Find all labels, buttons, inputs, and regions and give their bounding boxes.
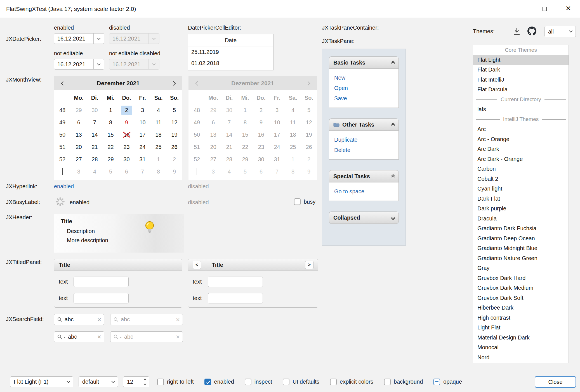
theme-item[interactable]: Arc Dark - Orange — [473, 154, 569, 164]
checkbox-inspect[interactable]: inspect — [245, 379, 272, 385]
taskpane-link[interactable]: Go to space — [334, 186, 393, 197]
day-cell[interactable]: 10 — [135, 116, 150, 129]
day-cell[interactable]: 20 — [71, 141, 87, 153]
checkbox-background[interactable]: background — [384, 379, 423, 385]
day-cell[interactable]: 12 — [166, 116, 182, 129]
taskpane-header[interactable]: Basic Tasks — [329, 56, 399, 69]
theme-item[interactable]: Gradianto Midnight Blue — [473, 243, 569, 253]
text-input[interactable] — [208, 277, 263, 287]
checkbox-explicit-colors[interactable]: explicit colors — [330, 379, 373, 385]
theme-item[interactable]: Gradianto Nature Green — [473, 253, 569, 263]
titledpanel-next-button[interactable]: > — [305, 261, 313, 269]
theme-item[interactable]: Arc - Orange — [473, 134, 569, 144]
table-row[interactable]: 25.11.2019 — [188, 46, 273, 58]
theme-item[interactable]: Cyan light — [473, 184, 569, 194]
day-cell[interactable]: 6 — [119, 165, 135, 178]
search-field-with-menu[interactable]: abc × — [54, 331, 104, 342]
titledpanel-prev-button[interactable]: < — [193, 261, 201, 269]
theme-item[interactable]: Material Design Dark — [473, 333, 569, 343]
text-input[interactable] — [208, 293, 263, 303]
day-cell[interactable]: 11 — [150, 116, 166, 129]
download-icon[interactable] — [513, 27, 521, 35]
day-cell[interactable]: 26 — [166, 141, 182, 153]
day-cell[interactable]: 17 — [135, 129, 150, 141]
taskpane-link[interactable]: Duplicate — [334, 135, 393, 145]
day-cell[interactable]: 8 — [103, 116, 119, 129]
theme-item[interactable]: Flat IntelliJ — [473, 75, 569, 85]
theme-item[interactable]: Nord — [473, 353, 569, 363]
theme-item[interactable]: Gruvbox Dark Medium — [473, 283, 569, 293]
day-cell[interactable]: 7 — [87, 116, 103, 129]
theme-item[interactable]: Gruvbox Dark Hard — [473, 273, 569, 283]
day-cell[interactable]: 25 — [150, 141, 166, 153]
clear-icon[interactable]: × — [97, 316, 101, 323]
theme-item[interactable]: Dracula — [473, 214, 569, 224]
theme-item[interactable]: Dark purple — [473, 204, 569, 214]
day-cell[interactable]: 1 — [103, 104, 119, 116]
hyperlink-enabled[interactable]: enabled — [54, 183, 74, 190]
theme-item[interactable]: Cobalt 2 — [473, 174, 569, 184]
theme-item[interactable]: Gray — [473, 263, 569, 273]
search-input[interactable]: abc — [65, 316, 95, 323]
theme-item[interactable]: Dark Flat — [473, 194, 569, 204]
maximize-button[interactable] — [533, 0, 557, 18]
day-cell[interactable]: 9 — [119, 116, 135, 129]
font-combobox[interactable]: default — [79, 376, 118, 387]
day-cell[interactable]: 3 — [71, 165, 87, 178]
text-input[interactable] — [74, 277, 129, 287]
checkbox-enabled[interactable]: enabled — [204, 379, 234, 385]
theme-item[interactable]: Arc — [473, 124, 569, 134]
datepicker-enabled[interactable]: 16.12.2021 — [54, 33, 104, 44]
day-cell[interactable]: 30 — [87, 104, 103, 116]
day-cell[interactable]: 9 — [166, 165, 182, 178]
taskpane-header[interactable]: Special Tasks — [329, 170, 399, 182]
checkbox-busy[interactable]: busy — [294, 198, 315, 205]
day-cell[interactable]: 14 — [87, 129, 103, 141]
datepicker-not-editable[interactable]: 16.12.2021 — [54, 59, 104, 70]
checkbox-opaque[interactable]: opaque — [433, 379, 462, 385]
day-cell[interactable]: 4 — [150, 104, 166, 116]
theme-item[interactable]: Gradianto Deep Ocean — [473, 234, 569, 244]
day-cell[interactable]: 24 — [135, 141, 150, 153]
day-cell[interactable]: 7 — [135, 165, 150, 178]
theme-item[interactable]: lafs — [473, 104, 569, 115]
day-cell[interactable]: 8 — [150, 165, 166, 178]
checkbox-ui-defaults[interactable]: UI defaults — [283, 379, 319, 385]
taskpane-header[interactable]: Other Tasks — [329, 118, 399, 131]
font-size-spinner[interactable]: 12 — [123, 376, 149, 387]
day-cell[interactable]: 13 — [71, 129, 87, 141]
close-window-button[interactable]: × — [557, 0, 580, 18]
table-row[interactable]: 01.02.2018 — [188, 58, 273, 69]
theme-item[interactable]: Flat Light — [473, 55, 569, 65]
next-month-button[interactable] — [170, 79, 177, 87]
theme-item[interactable]: Hiberbee Dark — [473, 303, 569, 313]
day-cell[interactable]: 2 — [166, 153, 182, 165]
spinner-down-button[interactable] — [141, 382, 149, 387]
theme-item[interactable]: Carbon — [473, 164, 569, 174]
day-cell[interactable]: 19 — [166, 129, 182, 141]
taskpane-link[interactable]: Save — [334, 93, 393, 104]
taskpane-link[interactable]: Delete — [334, 145, 393, 155]
day-cell[interactable]: 3 — [135, 104, 150, 116]
search-field-enabled[interactable]: abc × — [54, 314, 104, 325]
day-cell[interactable]: 5 — [103, 165, 119, 178]
datepicker-dropdown-button[interactable] — [93, 59, 104, 69]
prev-month-button[interactable] — [60, 79, 66, 87]
taskpane-link[interactable]: Open — [334, 83, 393, 93]
table-column-header[interactable]: Date — [188, 34, 273, 46]
day-cell[interactable]: 1 — [150, 153, 166, 165]
themes-filter-combobox[interactable]: all — [544, 26, 576, 37]
theme-item[interactable]: Gradianto Dark Fuchsia — [473, 224, 569, 234]
day-cell[interactable]: 5 — [166, 104, 182, 116]
theme-item[interactable]: Flat Darcula — [473, 85, 569, 95]
theme-item[interactable]: Monocai — [473, 343, 569, 353]
taskpane-header[interactable]: Collapsed — [329, 212, 399, 224]
checkbox-right-to-left[interactable]: right-to-left — [157, 379, 194, 385]
day-cell[interactable]: 21 — [87, 141, 103, 153]
day-cell[interactable]: 23 — [119, 141, 135, 153]
spinner-up-button[interactable] — [141, 377, 149, 382]
day-cell[interactable]: 15 — [103, 129, 119, 141]
day-cell[interactable]: 31 — [135, 153, 150, 165]
day-cell[interactable]: 6 — [71, 116, 87, 129]
theme-item[interactable]: Gruvbox Dark Soft — [473, 293, 569, 303]
